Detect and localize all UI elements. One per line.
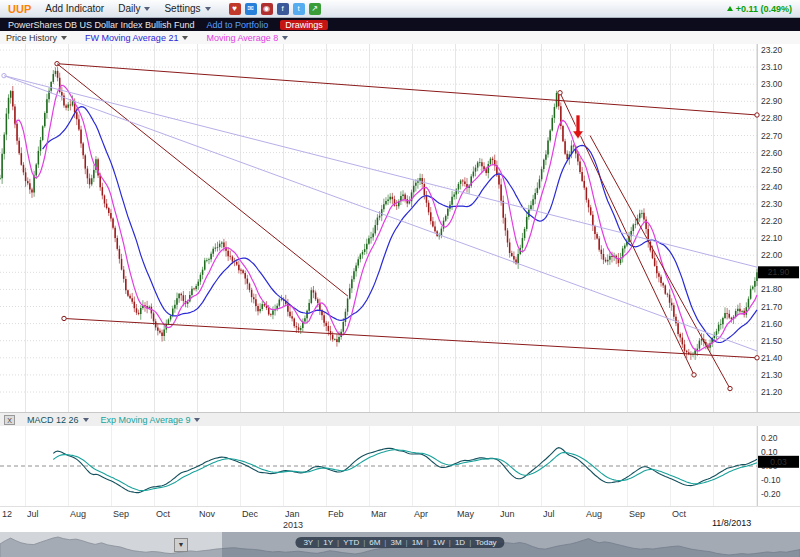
- price-axis-label: 21.60: [761, 319, 783, 329]
- ma8-dropdown[interactable]: Moving Average 8: [206, 33, 288, 43]
- price-axis-label: 22.60: [761, 148, 783, 158]
- ema9-label: Exp Moving Average 9: [101, 415, 191, 425]
- chevron-down-icon: [282, 36, 288, 40]
- facebook-icon[interactable]: f: [277, 3, 289, 15]
- range-button-1m[interactable]: 1M: [412, 538, 423, 547]
- title-bar: PowerShares DB US Dollar Index Bullish F…: [0, 18, 800, 31]
- chevron-down-icon: [83, 418, 89, 422]
- navigator-handle[interactable]: ▼: [174, 538, 188, 552]
- symbol-ticker[interactable]: UUP: [8, 3, 31, 15]
- range-button-1w[interactable]: 1W: [433, 538, 445, 547]
- x-axis-label: 2013: [283, 520, 303, 530]
- price-axis-label: 21.70: [761, 302, 783, 312]
- range-selector: 3Y|1Y|YTD|6M|3M|1M|1W|1D|Today: [295, 537, 504, 548]
- price-chart-canvas[interactable]: 23.2023.1023.0022.9022.8022.7022.6022.50…: [0, 44, 800, 412]
- range-button-3y[interactable]: 3Y: [303, 538, 313, 547]
- share-icon[interactable]: ↗: [309, 3, 321, 15]
- drawings-button[interactable]: Drawings: [280, 20, 328, 30]
- chart-gridlines: [0, 44, 758, 412]
- trendline-handle[interactable]: [558, 91, 562, 95]
- x-axis-label: Mar: [371, 509, 387, 519]
- price-axis-label: 22.80: [761, 113, 783, 123]
- navigator[interactable]: ▼ 3Y|1Y|YTD|6M|3M|1M|1W|1D|Today: [0, 532, 800, 557]
- price-axis-label: 21.20: [761, 387, 783, 397]
- x-axis-label: Sep: [113, 509, 129, 519]
- x-axis-label: Aug: [70, 509, 86, 519]
- trendline[interactable]: [57, 64, 757, 115]
- ma21-label: FW Moving Average 21: [85, 33, 178, 43]
- toolbar-share-icons: ♥✉◉ft↗: [229, 3, 321, 15]
- add-indicator-button[interactable]: Add Indicator: [45, 3, 104, 14]
- price-axis-label: 22.70: [761, 131, 783, 141]
- down-arrow-annotation[interactable]: [573, 115, 584, 139]
- price-change: +0.11 (0.49%): [727, 4, 792, 14]
- x-axis-label: Feb: [328, 509, 344, 519]
- trendline-handle[interactable]: [755, 356, 759, 360]
- range-separator: |: [363, 538, 365, 547]
- chat-icon[interactable]: ✉: [245, 3, 257, 15]
- price-change-text: +0.11 (0.49%): [736, 4, 792, 14]
- trendline[interactable]: [590, 136, 730, 389]
- price-history-dropdown[interactable]: Price History: [6, 33, 67, 43]
- price-axis-label: 22.20: [761, 216, 783, 226]
- range-button-1d[interactable]: 1D: [455, 538, 465, 547]
- trendline-handle[interactable]: [692, 373, 696, 377]
- range-button-3m[interactable]: 3M: [390, 538, 401, 547]
- price-axis-label: 22.10: [761, 233, 783, 243]
- add-indicator-label: Add Indicator: [45, 3, 104, 14]
- macd-axis: 0.200.100.00-0.10-0.200.03: [758, 433, 799, 499]
- macd-dropdown[interactable]: MACD 12 26: [27, 415, 89, 425]
- trendline-handle[interactable]: [755, 113, 759, 117]
- x-axis-label: Jun: [500, 509, 515, 519]
- camera-icon[interactable]: ◉: [261, 3, 273, 15]
- macd-chart-canvas[interactable]: 0.200.100.00-0.10-0.200.03: [0, 426, 800, 506]
- macd-axis-label: -0.10: [761, 475, 781, 485]
- x-axis-label: Oct: [672, 509, 686, 519]
- range-button-1y[interactable]: 1Y: [323, 538, 333, 547]
- x-axis: 12JulAugSepOctNovDecJanFebMarAprMayJunJu…: [0, 506, 800, 532]
- toolbar: UUP Add Indicator Daily Settings ♥✉◉ft↗ …: [0, 0, 800, 18]
- macd-value-label: 0.03: [770, 457, 787, 467]
- x-axis-label: Dec: [242, 509, 258, 519]
- range-button-6m[interactable]: 6M: [369, 538, 380, 547]
- trendline-handle[interactable]: [2, 73, 6, 77]
- trendline-handle[interactable]: [728, 386, 732, 390]
- x-axis-label: 11/8/2013: [712, 518, 751, 528]
- price-axis: 23.2023.1023.0022.9022.8022.7022.6022.50…: [758, 45, 799, 397]
- ema9-dropdown[interactable]: Exp Moving Average 9: [101, 415, 201, 425]
- macd-axis-label: 0.10: [761, 447, 778, 457]
- heart-icon[interactable]: ♥: [229, 3, 241, 15]
- add-to-portfolio-link[interactable]: Add to Portfolio: [207, 20, 269, 30]
- twitter-icon[interactable]: t: [293, 3, 305, 15]
- macd-close-button[interactable]: X: [4, 415, 15, 425]
- range-separator: |: [384, 538, 386, 547]
- fund-name: PowerShares DB US Dollar Index Bullish F…: [8, 20, 195, 30]
- settings-dropdown[interactable]: Settings: [164, 3, 210, 14]
- chevron-down-icon: [144, 7, 150, 11]
- price-axis-label: 23.00: [761, 79, 783, 89]
- price-axis-label: 21.30: [761, 370, 783, 380]
- price-axis-label: 22.50: [761, 165, 783, 175]
- macd-label: MACD 12 26: [27, 415, 79, 425]
- timeframe-dropdown[interactable]: Daily: [118, 3, 150, 14]
- range-button-ytd[interactable]: YTD: [343, 538, 359, 547]
- chevron-down-icon: [61, 36, 67, 40]
- macd-lines: [53, 448, 757, 493]
- trendline-handle[interactable]: [62, 316, 66, 320]
- range-separator: |: [406, 538, 408, 547]
- settings-label: Settings: [164, 3, 200, 14]
- macd-axis-label: -0.20: [761, 489, 781, 499]
- ma21-dropdown[interactable]: FW Moving Average 21: [85, 33, 188, 43]
- price-axis-label: 21.50: [761, 336, 783, 346]
- x-axis-label: Sep: [629, 509, 645, 519]
- price-history-label: Price History: [6, 33, 57, 43]
- macd-header: X MACD 12 26 Exp Moving Average 9: [0, 412, 800, 426]
- ma8-label: Moving Average 8: [206, 33, 278, 43]
- trendline[interactable]: [64, 318, 757, 357]
- x-axis-label: Jan: [285, 509, 300, 519]
- x-axis-label: Oct: [156, 509, 170, 519]
- range-button-today[interactable]: Today: [475, 538, 496, 547]
- price-axis-label: 22.30: [761, 199, 783, 209]
- x-axis-label: Jul: [543, 509, 555, 519]
- price-axis-label: 22.40: [761, 182, 783, 192]
